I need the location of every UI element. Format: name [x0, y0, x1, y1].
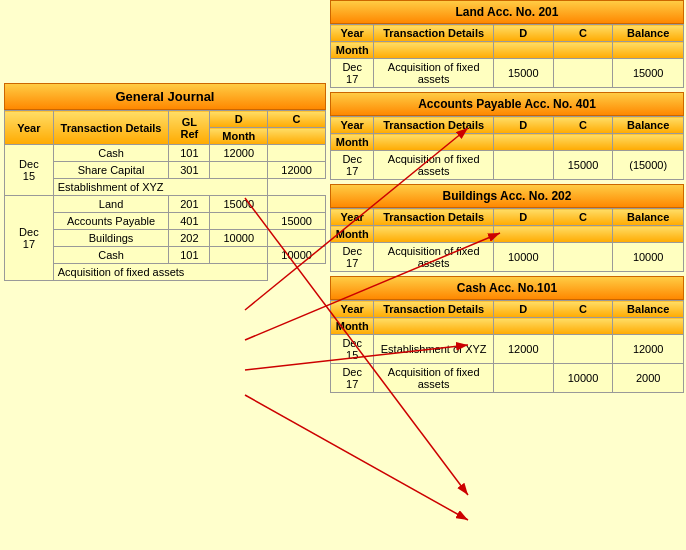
ap-date: Dec17	[331, 151, 374, 180]
ap-c-sub	[553, 134, 613, 151]
cash-d-1: 12000	[493, 335, 553, 364]
entry-establishment: Establishment of XYZ	[53, 179, 267, 196]
d-empty-2	[210, 213, 268, 230]
general-journal-title: General Journal	[4, 83, 326, 110]
bld-year-header: Year	[331, 209, 374, 226]
d-empty-1	[210, 162, 268, 179]
bld-d-header: D	[493, 209, 553, 226]
cash-account-title: Cash Acc. No.101	[330, 276, 684, 300]
bld-month-header: Month	[331, 226, 374, 243]
bld-c-sub	[553, 226, 613, 243]
c-empty-1	[268, 145, 326, 162]
land-details-header: Transaction Details	[374, 25, 493, 42]
glref-101-1: 101	[169, 145, 210, 162]
ap-table: Year Transaction Details D C Balance Mon…	[330, 116, 684, 180]
land-details-subheader	[374, 42, 493, 59]
bld-date: Dec17	[331, 243, 374, 272]
land-c-sub	[553, 42, 613, 59]
ap-c-header: C	[553, 117, 613, 134]
bld-details: Acquisition of fixed assets	[374, 243, 493, 272]
ap-account: Accounts Payable Acc. No. 401 Year Trans…	[330, 92, 684, 180]
buildings-table: Year Transaction Details D C Balance Mon…	[330, 208, 684, 272]
cash-details-2: Acquisition of fixed assets	[374, 364, 493, 393]
bld-details-header: Transaction Details	[374, 209, 493, 226]
ap-year-header: Year	[331, 117, 374, 134]
c-empty-3	[268, 230, 326, 247]
land-account-title: Land Acc. No. 201	[330, 0, 684, 24]
entry-share-capital: Share Capital	[53, 162, 169, 179]
d-12000: 12000	[210, 145, 268, 162]
ap-balance-sub	[613, 134, 684, 151]
entry-accounts-payable: Accounts Payable	[53, 213, 169, 230]
bld-c	[553, 243, 613, 272]
cash-balance-sub	[613, 318, 684, 335]
c-15000: 15000	[268, 213, 326, 230]
c-subheader	[268, 128, 326, 145]
ap-d	[493, 151, 553, 180]
glref-101-2: 101	[169, 247, 210, 264]
entry-buildings: Buildings	[53, 230, 169, 247]
cash-d-header: D	[493, 301, 553, 318]
glref-header: GL Ref	[169, 111, 210, 145]
land-d-header: D	[493, 25, 553, 42]
land-details: Acquisition of fixed assets	[374, 59, 493, 88]
cash-c-1	[553, 335, 613, 364]
cash-c-header: C	[553, 301, 613, 318]
cash-year-header: Year	[331, 301, 374, 318]
land-balance-sub	[613, 42, 684, 59]
entry-cash: Cash	[53, 145, 169, 162]
d-15000: 15000	[210, 196, 268, 213]
buildings-account: Buildings Acc. No. 202 Year Transaction …	[330, 184, 684, 272]
ap-month-header: Month	[331, 134, 374, 151]
cash-details-header: Transaction Details	[374, 301, 493, 318]
c-empty-2	[268, 196, 326, 213]
cash-details-1: Establishment of XYZ	[374, 335, 493, 364]
general-journal-table: Year Transaction Details GL Ref D C Mont…	[4, 110, 326, 281]
bld-balance-header: Balance	[613, 209, 684, 226]
date-dec17: Dec17	[5, 196, 54, 281]
bld-c-header: C	[553, 209, 613, 226]
ap-d-sub	[493, 134, 553, 151]
buildings-account-title: Buildings Acc. No. 202	[330, 184, 684, 208]
details-header: Transaction Details	[53, 111, 169, 145]
ap-c: 15000	[553, 151, 613, 180]
bld-details-sub	[374, 226, 493, 243]
c-12000: 12000	[268, 162, 326, 179]
month-header: Month	[210, 128, 268, 145]
d-10000: 10000	[210, 230, 268, 247]
ap-balance-header: Balance	[613, 117, 684, 134]
cash-month-header: Month	[331, 318, 374, 335]
ap-details-header: Transaction Details	[374, 117, 493, 134]
entry-land: Land	[53, 196, 169, 213]
ap-details: Acquisition of fixed assets	[374, 151, 493, 180]
land-year-header: Year	[331, 25, 374, 42]
cash-date-1: Dec15	[331, 335, 374, 364]
ledger-container: Land Acc. No. 201 Year Transaction Detai…	[330, 0, 684, 397]
bld-d: 10000	[493, 243, 553, 272]
land-balance: 15000	[613, 59, 684, 88]
entry-cash-2: Cash	[53, 247, 169, 264]
land-date: Dec17	[331, 59, 374, 88]
cash-details-sub	[374, 318, 493, 335]
cash-d-2	[493, 364, 553, 393]
ap-details-sub	[374, 134, 493, 151]
ap-account-title: Accounts Payable Acc. No. 401	[330, 92, 684, 116]
bld-balance: 10000	[613, 243, 684, 272]
svg-line-4	[245, 395, 468, 520]
general-journal: General Journal Year Transaction Details…	[4, 83, 326, 281]
ap-balance: (15000)	[613, 151, 684, 180]
entry-acquisition: Acquisition of fixed assets	[53, 264, 267, 281]
land-d: 15000	[493, 59, 553, 88]
c-10000: 10000	[268, 247, 326, 264]
glref-301: 301	[169, 162, 210, 179]
bld-d-sub	[493, 226, 553, 243]
cash-c-2: 10000	[553, 364, 613, 393]
land-account: Land Acc. No. 201 Year Transaction Detai…	[330, 0, 684, 88]
land-balance-header: Balance	[613, 25, 684, 42]
land-d-sub	[493, 42, 553, 59]
date-dec15: Dec15	[5, 145, 54, 196]
glref-401: 401	[169, 213, 210, 230]
d-empty-3	[210, 247, 268, 264]
c-header: C	[268, 111, 326, 128]
bld-balance-sub	[613, 226, 684, 243]
